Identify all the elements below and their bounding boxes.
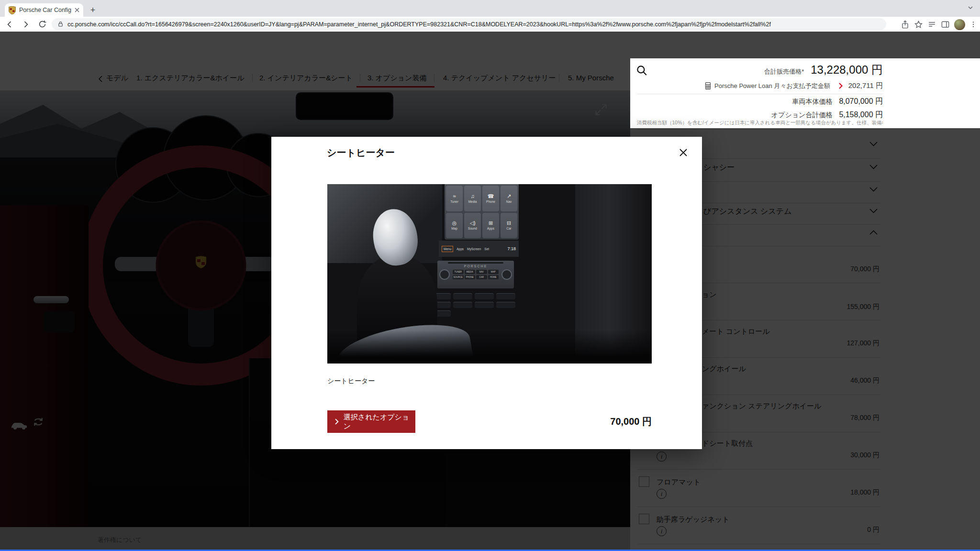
seat-heater-modal: シートヒーター ≈Tuner ♫Media ☎Phone ↗Nav ◎Map ◁…	[271, 137, 702, 449]
back-button[interactable]	[3, 18, 16, 31]
total-price-row: 合計販売価格* 13,228,000 円	[764, 62, 883, 77]
tuning-knob	[501, 269, 512, 280]
price-summary-panel: 合計販売価格* 13,228,000 円 Porsche Power Loan …	[630, 58, 980, 128]
modal-caption: シートヒーター	[327, 377, 375, 386]
volume-knob	[439, 269, 450, 280]
power-loan-row[interactable]: Porsche Power Loan 月々お支払予定金額 202,711 円	[705, 81, 883, 90]
share-page-icon[interactable]	[901, 20, 910, 29]
url-text: cc.porsche.com/icc/ccCall.do?rt=16564269…	[67, 21, 771, 28]
pcm-clock: 7:18	[507, 246, 516, 251]
pcm-menu-bar: Menu Apps MyScreen Set 7:18	[439, 241, 519, 257]
modal-option-price: 70,000 円	[610, 415, 652, 428]
tab-search-chevron-icon[interactable]	[968, 5, 973, 11]
total-price-label: 合計販売価格*	[764, 67, 804, 76]
side-panel-icon[interactable]	[941, 20, 950, 29]
base-price-label: 車両本体価格	[792, 98, 832, 106]
browser-menu-icon[interactable]	[969, 21, 977, 28]
chevron-right-icon	[839, 83, 843, 89]
new-tab-button[interactable]: +	[87, 4, 99, 16]
calculator-icon	[705, 82, 711, 89]
bookmark-star-icon[interactable]	[914, 20, 923, 29]
lock-icon	[57, 21, 64, 28]
options-total-row: オプション合計価格 5,158,000 円	[771, 110, 883, 120]
options-total-label: オプション合計価格	[771, 111, 833, 120]
tax-disclaimer: 消費税相当額（10%）を含む/イメージには日本に導入される車両と一部異なる場合が…	[637, 120, 883, 126]
selected-option-label: 選択されたオプション	[344, 413, 415, 431]
base-price-row: 車両本体価格 8,070,000 円	[792, 97, 883, 107]
forward-button[interactable]	[19, 18, 33, 31]
profile-avatar[interactable]	[954, 19, 965, 30]
reload-button[interactable]	[35, 18, 49, 31]
modal-title: シートヒーター	[327, 146, 395, 159]
search-icon[interactable]	[635, 64, 648, 77]
disclaimer-text: 消費税相当額（10%）を含む/イメージには日本に導入される車両と一部異なる場合が…	[637, 120, 883, 126]
power-loan-label: Porsche Power Loan 月々お支払予定金額	[714, 82, 830, 90]
browser-tab-strip: Porsche Car Configurator +	[0, 0, 980, 17]
chevron-right-icon	[335, 419, 339, 425]
selected-option-button[interactable]: 選択されたオプション	[327, 410, 415, 433]
pcm-screen: ≈Tuner ♫Media ☎Phone ↗Nav ◎Map ◁)Sound ⊞…	[445, 184, 519, 240]
options-total-value: 5,158,000 円	[839, 110, 883, 120]
total-price-value: 13,228,000 円	[811, 62, 883, 77]
browser-toolbar: cc.porsche.com/icc/ccCall.do?rt=16564269…	[0, 17, 980, 32]
radio-unit: PORSCHE TUNERMEDIANAVMAP SOURCEPHONECARH…	[437, 261, 514, 288]
modal-image: ≈Tuner ♫Media ☎Phone ↗Nav ◎Map ◁)Sound ⊞…	[327, 184, 652, 364]
power-loan-value: 202,711 円	[848, 81, 883, 90]
browser-tab[interactable]: Porsche Car Configurator	[5, 3, 83, 17]
close-tab-icon[interactable]	[75, 8, 79, 12]
porsche-crest-favicon	[9, 6, 16, 14]
reading-list-icon[interactable]	[927, 20, 936, 29]
url-bar[interactable]: cc.porsche.com/icc/ccCall.do?rt=16564269…	[52, 18, 886, 30]
tab-title: Porsche Car Configurator	[19, 7, 71, 13]
base-price-value: 8,070,000 円	[839, 97, 883, 107]
modal-close-button[interactable]	[676, 145, 690, 160]
porsche-lettering: PORSCHE	[437, 264, 514, 268]
